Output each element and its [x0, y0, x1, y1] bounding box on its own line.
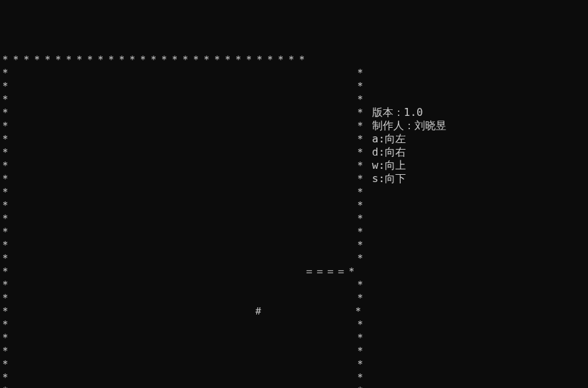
game-board: ＊＊＊＊＊＊＊＊＊＊＊＊＊＊＊＊＊＊＊＊＊＊＊＊＊＊＊＊＊ ＊ ＊ ＊ ＊ ＊ …: [0, 53, 588, 388]
game-terminal[interactable]: ＊＊＊＊＊＊＊＊＊＊＊＊＊＊＊＊＊＊＊＊＊＊＊＊＊＊＊＊＊ ＊ ＊ ＊ ＊ ＊ …: [0, 53, 588, 388]
